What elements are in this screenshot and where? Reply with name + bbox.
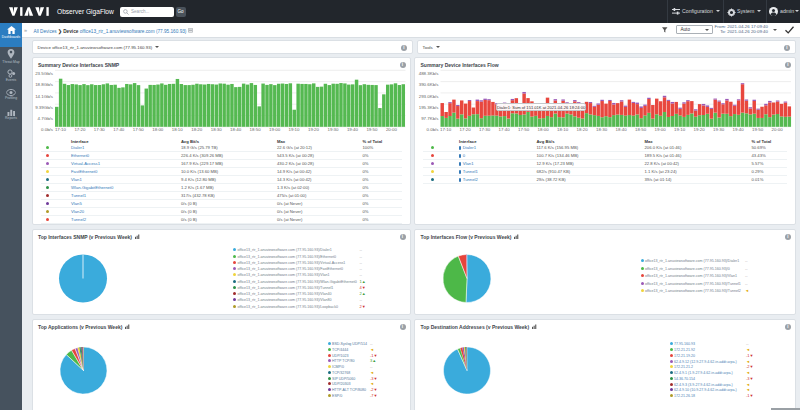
svg-text:17:40: 17:40 — [499, 127, 511, 132]
svg-text:19:00: 19:00 — [655, 127, 667, 132]
svg-text:18:40: 18:40 — [616, 127, 628, 132]
svg-text:20:00: 20:00 — [385, 127, 397, 132]
svg-text:390.6Kb/s: 390.6Kb/s — [419, 82, 440, 87]
svg-text:18:50: 18:50 — [249, 127, 261, 132]
svg-text:18:10: 18:10 — [557, 127, 569, 132]
svg-text:18:30: 18:30 — [596, 127, 608, 132]
svg-text:19:50: 19:50 — [366, 127, 378, 132]
svg-text:14.1Gb/s: 14.1Gb/s — [35, 94, 54, 99]
svg-text:19:50: 19:50 — [752, 127, 764, 132]
svg-text:17:10: 17:10 — [54, 127, 66, 132]
svg-text:195.3Kb/s: 195.3Kb/s — [419, 105, 440, 110]
svg-text:19:20: 19:20 — [694, 127, 706, 132]
svg-text:18:20: 18:20 — [577, 127, 589, 132]
svg-text:17:30: 17:30 — [93, 127, 105, 132]
svg-text:18:20: 18:20 — [191, 127, 203, 132]
svg-text:18:40: 18:40 — [230, 127, 242, 132]
svg-text:18:00: 18:00 — [538, 127, 550, 132]
svg-text:0.0b/s: 0.0b/s — [41, 127, 54, 132]
svg-text:17:40: 17:40 — [113, 127, 125, 132]
svg-text:17:10: 17:10 — [440, 127, 452, 132]
svg-text:17:50: 17:50 — [518, 127, 530, 132]
svg-text:19:10: 19:10 — [288, 127, 300, 132]
svg-text:97.7Kb/s: 97.7Kb/s — [421, 116, 439, 121]
svg-text:0.0b/s: 0.0b/s — [427, 127, 440, 132]
svg-text:18:50: 18:50 — [635, 127, 647, 132]
svg-text:488.3Kb/s: 488.3Kb/s — [419, 71, 440, 76]
svg-text:19:10: 19:10 — [674, 127, 686, 132]
svg-text:9.39Gb/s: 9.39Gb/s — [35, 105, 54, 110]
svg-text:17:20: 17:20 — [460, 127, 472, 132]
svg-text:19:40: 19:40 — [346, 127, 358, 132]
svg-text:4.7Gb/s: 4.7Gb/s — [37, 116, 53, 121]
svg-text:19:40: 19:40 — [733, 127, 745, 132]
svg-text:18.8Gb/s: 18.8Gb/s — [35, 82, 54, 87]
svg-text:20:00: 20:00 — [772, 127, 784, 132]
svg-text:18:30: 18:30 — [210, 127, 222, 132]
svg-text:19:00: 19:00 — [269, 127, 281, 132]
svg-text:17:20: 17:20 — [74, 127, 86, 132]
svg-text:18:10: 18:10 — [171, 127, 183, 132]
svg-text:19:20: 19:20 — [308, 127, 320, 132]
svg-text:23.5Gb/s: 23.5Gb/s — [35, 71, 54, 76]
svg-text:19:30: 19:30 — [327, 127, 339, 132]
svg-text:17:50: 17:50 — [132, 127, 144, 132]
svg-text:293.0Kb/s: 293.0Kb/s — [419, 94, 440, 99]
svg-text:17:30: 17:30 — [479, 127, 491, 132]
svg-text:19:30: 19:30 — [713, 127, 725, 132]
svg-text:18:00: 18:00 — [152, 127, 164, 132]
